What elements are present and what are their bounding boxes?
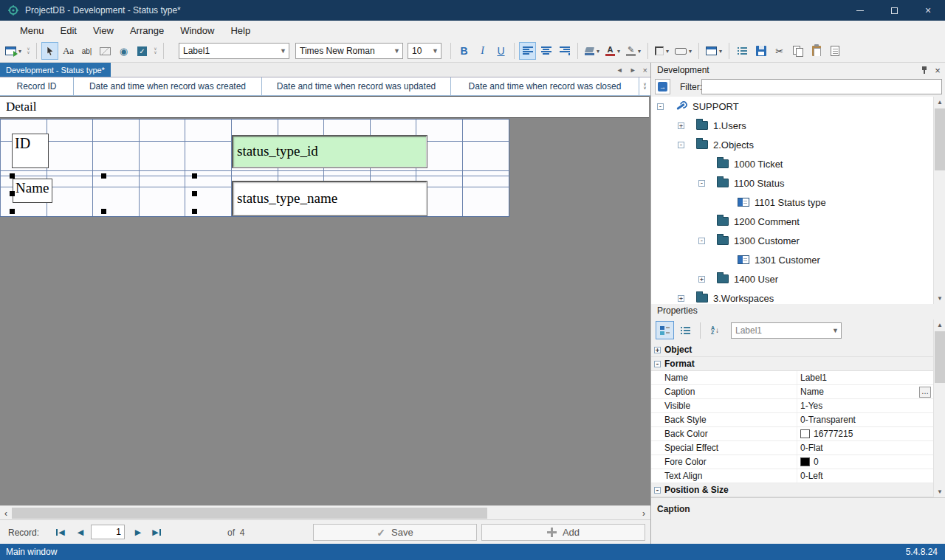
field-list-button[interactable] xyxy=(734,42,751,60)
checkbox-tool-button[interactable]: ✓ xyxy=(134,42,151,60)
menu-item-menu[interactable]: Menu xyxy=(12,21,52,40)
column-header-updated[interactable]: Date and time when record was updated xyxy=(262,77,451,95)
scroll-left-icon[interactable]: ‹ xyxy=(0,506,12,520)
properties-object-combo[interactable]: Label1▼ xyxy=(731,322,842,339)
list-view-button[interactable] xyxy=(676,321,695,339)
collapse-icon[interactable]: - xyxy=(678,142,684,148)
expand-icon[interactable]: + xyxy=(678,122,684,129)
scroll-down-icon[interactable]: ▼ xyxy=(934,486,945,497)
align-left-button[interactable] xyxy=(519,42,536,60)
first-record-button[interactable]: ◀ xyxy=(52,524,69,540)
cut-button[interactable]: ✂ xyxy=(771,42,788,60)
scroll-up-icon[interactable]: ▲ xyxy=(934,319,945,331)
horizontal-scrollbar[interactable]: ‹ › xyxy=(0,505,650,519)
label-tool-button[interactable]: Aa xyxy=(60,42,77,60)
expand-icon[interactable]: + xyxy=(654,347,661,353)
fill-color-button[interactable]: ▾ xyxy=(583,42,602,60)
property-category-object[interactable]: +Object xyxy=(651,343,945,357)
next-record-button[interactable]: ▶ xyxy=(129,524,147,540)
property-category-format[interactable]: -Format xyxy=(651,357,945,371)
menu-item-view[interactable]: View xyxy=(85,21,122,40)
property-row-visible[interactable]: Visible1-Yes xyxy=(651,399,945,413)
scroll-right-icon[interactable]: › xyxy=(638,506,650,520)
name-label-control[interactable]: Name xyxy=(13,179,52,203)
underline-button[interactable]: U xyxy=(492,42,509,60)
menu-item-edit[interactable]: Edit xyxy=(52,21,85,40)
pin-icon[interactable] xyxy=(919,65,929,75)
properties-scrollbar[interactable]: ▲ ▼ xyxy=(933,319,945,497)
form-design-surface[interactable]: Detail ID status_type_id Name status_typ… xyxy=(0,96,650,505)
tree-item-workspaces[interactable]: +3.Workspaces xyxy=(651,288,945,304)
border-style-button[interactable]: ▾ xyxy=(653,42,671,60)
filter-input[interactable] xyxy=(701,79,942,94)
minimize-button[interactable] xyxy=(843,0,877,21)
categorized-view-button[interactable] xyxy=(656,321,674,339)
copy-button[interactable] xyxy=(789,42,806,60)
run-form-button[interactable]: ▾ xyxy=(3,42,24,60)
property-row-fore-color[interactable]: Fore Color0 xyxy=(651,455,945,469)
control-style-button[interactable]: ▾ xyxy=(673,42,694,60)
bold-button[interactable]: B xyxy=(456,42,472,60)
property-row-name[interactable]: NameLabel1 xyxy=(651,371,945,385)
scroll-up-icon[interactable]: ▲ xyxy=(934,97,945,108)
add-record-button[interactable]: Add xyxy=(481,524,645,541)
collapse-icon[interactable]: - xyxy=(698,180,705,187)
tree-item-1300-customer[interactable]: -1300 Customer xyxy=(651,231,945,250)
radio-tool-button[interactable]: ◉ xyxy=(115,42,132,60)
tree-item-1200-comment[interactable]: 1200 Comment xyxy=(651,212,945,231)
property-row-back-color[interactable]: Back Color16777215 xyxy=(651,427,945,441)
select-pointer-button[interactable] xyxy=(41,42,58,60)
property-category-position-size[interactable]: -Position & Size xyxy=(651,483,945,497)
selection-handle[interactable] xyxy=(101,173,106,179)
tree-item-1400-user[interactable]: +1400 User xyxy=(651,269,945,288)
column-header-record-id[interactable]: Record ID xyxy=(0,77,74,95)
expand-icon[interactable]: + xyxy=(698,276,705,283)
status-type-id-field[interactable]: status_type_id xyxy=(233,136,427,167)
form-view-button[interactable]: ▾ xyxy=(704,42,724,60)
selection-handle[interactable] xyxy=(10,191,15,196)
tree-item-support[interactable]: -SUPPORT xyxy=(651,97,945,116)
tree-item-1000-ticket[interactable]: 1000 Ticket xyxy=(651,154,945,173)
sort-alphabetical-button[interactable]: AZ↓ xyxy=(706,321,724,339)
font-color-button[interactable]: A▾ xyxy=(603,42,622,60)
goto-object-button[interactable]: → xyxy=(655,79,670,94)
frame-tool-button[interactable] xyxy=(97,42,114,60)
line-color-button[interactable]: ✎▾ xyxy=(624,42,643,60)
tree-scrollbar[interactable]: ▲ ▼ xyxy=(933,97,945,304)
collapse-icon[interactable]: - xyxy=(698,238,705,244)
save-record-button[interactable]: ✓Save xyxy=(313,524,477,541)
tree-scrollbar-thumb[interactable] xyxy=(935,108,945,170)
align-right-button[interactable] xyxy=(556,42,573,60)
selection-handle[interactable] xyxy=(101,209,106,214)
collapse-icon[interactable]: - xyxy=(654,361,661,367)
column-header-created[interactable]: Date and time when record was created xyxy=(74,77,262,95)
detail-band-header[interactable]: Detail xyxy=(0,96,649,118)
italic-button[interactable]: I xyxy=(474,42,491,60)
selection-handle[interactable] xyxy=(192,209,197,214)
object-selector-combo[interactable]: Label1▼ xyxy=(179,43,289,59)
selection-handle[interactable] xyxy=(192,191,197,196)
selection-handle[interactable] xyxy=(10,173,15,179)
last-record-button[interactable]: ▶ xyxy=(148,524,165,540)
property-row-text-align[interactable]: Text Align0-Left xyxy=(651,469,945,483)
toolbar-overflow-icon[interactable]: ∨∨ xyxy=(152,47,159,55)
notes-button[interactable] xyxy=(826,42,843,60)
tree-item-1301-customer[interactable]: 1301 Customer xyxy=(651,250,945,269)
tab-scroll-right-icon[interactable]: ► xyxy=(630,66,636,74)
previous-record-button[interactable]: ◀ xyxy=(72,524,89,540)
panel-close-icon[interactable]: × xyxy=(932,65,943,75)
selection-handle[interactable] xyxy=(10,209,15,214)
menu-item-window[interactable]: Window xyxy=(172,21,222,40)
caption-ellipsis-button[interactable]: … xyxy=(919,387,931,398)
tree-item-1100-status[interactable]: -1100 Status xyxy=(651,173,945,193)
textbox-tool-button[interactable]: ab| xyxy=(78,42,95,60)
horizontal-scrollbar-thumb[interactable] xyxy=(12,508,487,519)
record-number-input[interactable] xyxy=(91,525,125,539)
tab-development-status-type[interactable]: Development - Status type* xyxy=(0,63,111,77)
collapse-icon[interactable]: - xyxy=(657,103,664,110)
header-overflow-button[interactable]: ∨∨ xyxy=(639,77,650,95)
property-row-back-style[interactable]: Back Style0-Transparent xyxy=(651,413,945,427)
id-label-control[interactable]: ID xyxy=(12,134,49,168)
tab-close-icon[interactable]: × xyxy=(643,66,647,75)
save-toolbar-button[interactable] xyxy=(752,42,769,60)
